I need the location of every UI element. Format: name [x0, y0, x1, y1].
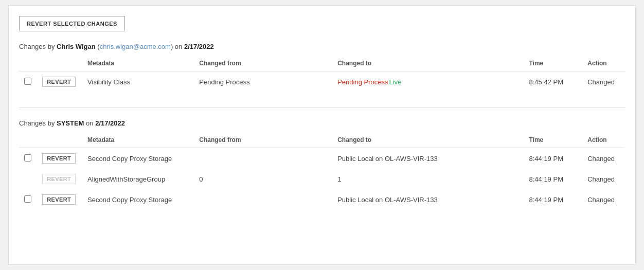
row-revert-cell: REVERT — [37, 189, 82, 210]
row-action: Changed — [582, 71, 625, 93]
row-action: Changed — [582, 148, 625, 169]
header-date: on 2/17/2022 — [173, 43, 214, 50]
col-header-time: Time — [524, 57, 582, 71]
section-divider — [19, 107, 625, 108]
row-checkbox[interactable] — [24, 78, 31, 85]
col-header-changed-from: Changed from — [194, 133, 332, 148]
table-row: REVERTVisibility ClassPending ProcessPen… — [19, 71, 625, 93]
row-metadata: Second Copy Proxy Storage — [82, 148, 194, 169]
changes-table: MetadataChanged fromChanged toTimeAction… — [19, 57, 625, 92]
table-row: REVERTAlignedWithStorageGroup018:44:19 P… — [19, 169, 625, 189]
row-time: 8:45:42 PM — [524, 71, 582, 93]
row-checkbox-cell — [19, 148, 37, 169]
row-revert-cell: REVERT — [37, 169, 82, 189]
col-header-checkbox — [19, 57, 37, 71]
changed-to-old-value: Pending Process — [337, 78, 388, 86]
col-header-action: Action — [582, 57, 625, 71]
sections-container: Changes by Chris Wigan (chris.wigan@acme… — [19, 43, 625, 210]
row-changed-to: Pending ProcessLive — [332, 71, 524, 93]
revert-button[interactable]: REVERT — [42, 194, 76, 205]
section-section-system: Changes by SYSTEM on 2/17/2022MetadataCh… — [19, 119, 625, 210]
row-metadata: Visibility Class — [82, 71, 194, 93]
toolbar: REVERT SELECTED CHANGES — [19, 16, 625, 43]
row-metadata: AlignedWithStorageGroup — [82, 169, 194, 189]
row-changed-to: Public Local on OL-AWS-VIR-133 — [332, 189, 524, 210]
col-header-revert — [37, 133, 82, 148]
row-time: 8:44:19 PM — [524, 169, 582, 189]
header-prefix: Changes by — [19, 43, 57, 50]
changed-to-new-value: Live — [389, 78, 401, 86]
row-changed-from — [194, 148, 332, 169]
row-action: Changed — [582, 189, 625, 210]
section-section-chris: Changes by Chris Wigan (chris.wigan@acme… — [19, 43, 625, 92]
row-time: 8:44:19 PM — [524, 189, 582, 210]
main-container: REVERT SELECTED CHANGES Changes by Chris… — [8, 5, 636, 265]
col-header-changed-to: Changed to — [332, 133, 524, 148]
col-header-time: Time — [524, 133, 582, 148]
col-header-checkbox — [19, 133, 37, 148]
header-user: Chris Wigan — [57, 43, 96, 50]
row-checkbox-cell — [19, 71, 37, 93]
revert-button[interactable]: REVERT — [42, 153, 76, 164]
header-date: on 2/17/2022 — [84, 119, 125, 127]
row-changed-to: Public Local on OL-AWS-VIR-133 — [332, 148, 524, 169]
row-changed-from: 0 — [194, 169, 332, 189]
header-user: SYSTEM — [57, 119, 84, 127]
row-checkbox-cell — [19, 189, 37, 210]
col-header-revert — [37, 57, 82, 71]
row-time: 8:44:19 PM — [524, 148, 582, 169]
changes-table: MetadataChanged fromChanged toTimeAction… — [19, 133, 625, 210]
row-checkbox[interactable] — [24, 195, 31, 203]
col-header-action: Action — [582, 133, 625, 148]
table-row: REVERTSecond Copy Proxy StoragePublic Lo… — [19, 148, 625, 169]
revert-button[interactable]: REVERT — [42, 77, 76, 87]
row-changed-to: 1 — [332, 169, 524, 189]
row-revert-cell: REVERT — [37, 71, 82, 93]
row-action: Changed — [582, 169, 625, 189]
section-header: Changes by Chris Wigan (chris.wigan@acme… — [19, 43, 625, 50]
col-header-changed-from: Changed from — [194, 57, 332, 71]
row-changed-from: Pending Process — [194, 71, 332, 93]
revert-button: REVERT — [42, 174, 76, 184]
header-prefix: Changes by — [19, 119, 57, 127]
row-revert-cell: REVERT — [37, 148, 82, 169]
table-row: REVERTSecond Copy Proxy StoragePublic Lo… — [19, 189, 625, 210]
col-header-metadata: Metadata — [82, 133, 194, 148]
row-checkbox-cell — [19, 169, 37, 189]
row-metadata: Second Copy Proxy Storage — [82, 189, 194, 210]
row-checkbox[interactable] — [24, 154, 31, 161]
col-header-changed-to: Changed to — [332, 57, 524, 71]
row-changed-from — [194, 189, 332, 210]
col-header-metadata: Metadata — [82, 57, 194, 71]
revert-selected-button[interactable]: REVERT SELECTED CHANGES — [19, 16, 125, 31]
header-email[interactable]: chris.wigan@acme.com — [100, 43, 171, 50]
section-header: Changes by SYSTEM on 2/17/2022 — [19, 119, 625, 127]
